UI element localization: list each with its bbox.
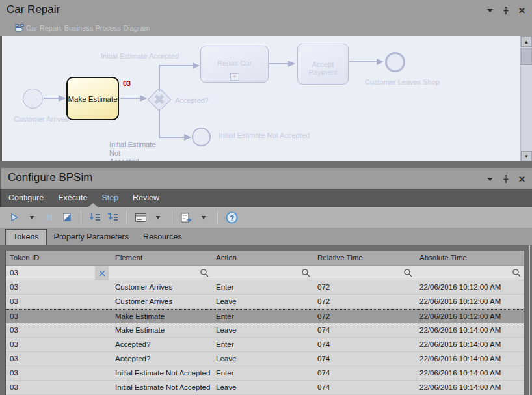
table-row[interactable]: 03Accepted?Enter07422/06/2016 10:14:00 A…	[6, 338, 524, 352]
table-cell[interactable]: 074	[313, 338, 416, 351]
table-cell[interactable]: 22/06/2016 10:12:00 AM	[416, 310, 524, 323]
table-cell[interactable]: 074	[313, 366, 416, 380]
column-header-token-id[interactable]: Token ID	[6, 251, 111, 265]
table-row[interactable]: 03Customer ArrivesLeave07222/06/2016 10:…	[6, 295, 524, 309]
end-event-node[interactable]	[385, 52, 405, 72]
scroll-down-icon[interactable]: ▼	[521, 151, 532, 161]
diagram-vertical-scrollbar[interactable]: ▲ ▼	[520, 36, 532, 161]
ribbon-tab-review[interactable]: Review	[133, 193, 159, 202]
table-cell[interactable]: 03	[6, 323, 111, 337]
subprocess-expand-icon[interactable]: +	[230, 73, 239, 81]
task-repair-car[interactable]: Repair Car +	[200, 46, 269, 83]
scroll-up-icon[interactable]: ▲	[521, 36, 532, 47]
breadcrumb[interactable]: Car Repair. Business Process Diagram	[0, 20, 532, 36]
table-cell[interactable]: 074	[313, 323, 416, 337]
column-header-element[interactable]: Element	[111, 251, 212, 265]
task-make-estimate[interactable]: Make Estimate	[66, 77, 119, 120]
filter-token-id-input[interactable]: 03	[6, 266, 111, 280]
table-cell[interactable]: 22/06/2016 10:14:00 AM	[416, 338, 524, 351]
table-cell[interactable]: 03	[6, 366, 111, 380]
table-row[interactable]: 03Customer ArrivesEnter07222/06/2016 10:…	[6, 280, 524, 295]
panel-menu-chevron-icon[interactable]	[486, 8, 494, 13]
table-cell[interactable]: Make Estimate	[111, 323, 212, 337]
task-accept-payment[interactable]: Accept Payment	[297, 44, 349, 85]
help-button[interactable]: ?	[225, 210, 238, 225]
table-cell[interactable]: 03	[6, 295, 111, 308]
filter-element-input[interactable]	[111, 266, 212, 280]
table-cell[interactable]: 22/06/2016 10:12:00 AM	[416, 295, 524, 308]
table-cell[interactable]: Accepted?	[111, 338, 212, 351]
start-event-label: Customer Arrives	[14, 115, 68, 123]
table-cell[interactable]: Leave	[212, 295, 313, 308]
table-cell[interactable]: Customer Arrives	[111, 295, 212, 308]
table-cell[interactable]: 22/06/2016 10:14:00 AM	[416, 381, 524, 394]
table-cell[interactable]: Initial Estimate Not Accepted	[111, 381, 212, 394]
table-cell[interactable]: 03	[6, 352, 111, 366]
pause-button[interactable]	[43, 210, 56, 225]
table-cell[interactable]: Leave	[212, 323, 313, 337]
column-header-absolute-time[interactable]: Absolute Time	[416, 251, 524, 265]
column-header-relative-time[interactable]: Relative Time	[313, 251, 416, 265]
table-cell[interactable]: Initial Estimate Not Accepted	[111, 366, 212, 380]
intermediate-event-label: Initial Estimate Not Accepted	[219, 131, 310, 139]
table-cell[interactable]: Make Estimate	[111, 310, 212, 323]
column-header-action[interactable]: Action	[212, 251, 313, 265]
step-into-button[interactable]	[88, 210, 101, 225]
table-cell[interactable]: 03	[6, 381, 111, 394]
stop-button[interactable]	[60, 210, 73, 225]
panel-splitter[interactable]	[0, 161, 532, 168]
table-cell[interactable]: Enter	[212, 280, 313, 294]
table-cell[interactable]: 22/06/2016 10:12:00 AM	[416, 280, 524, 294]
panel-menu-chevron-icon[interactable]	[486, 177, 494, 182]
table-row[interactable]: 03Accepted?Leave07422/06/2016 10:14:00 A…	[6, 352, 524, 366]
filter-action-input[interactable]	[212, 266, 313, 280]
clear-filter-button[interactable]	[95, 266, 109, 280]
table-row[interactable]: 03Make EstimateEnter07222/06/2016 10:12:…	[6, 309, 524, 323]
table-cell[interactable]: Enter	[212, 366, 313, 380]
intermediate-event-node[interactable]	[192, 128, 211, 146]
table-cell[interactable]: 072	[313, 310, 416, 323]
table-row[interactable]: 03Initial Estimate Not AcceptedLeave0742…	[6, 381, 524, 395]
run-simulation-button[interactable]	[8, 210, 21, 225]
table-cell[interactable]: 22/06/2016 10:14:00 AM	[416, 323, 524, 337]
table-cell[interactable]: 072	[313, 280, 416, 294]
table-cell[interactable]: Accepted?	[111, 352, 212, 366]
table-cell[interactable]: 074	[313, 352, 416, 366]
table-cell[interactable]: 03	[6, 338, 111, 351]
table-cell[interactable]: Leave	[212, 381, 313, 394]
pin-icon[interactable]	[503, 7, 509, 15]
start-event-node[interactable]	[23, 89, 43, 109]
tab-tokens[interactable]: Tokens	[5, 229, 47, 245]
filter-relative-time-input[interactable]	[313, 266, 416, 280]
table-cell[interactable]: Leave	[212, 352, 313, 366]
table-cell[interactable]: 22/06/2016 10:14:00 AM	[416, 352, 524, 366]
filter-absolute-time-input[interactable]	[416, 266, 524, 280]
table-cell[interactable]: 03	[6, 280, 111, 294]
export-options-chevron-icon[interactable]	[197, 210, 210, 225]
ribbon-tab-configure[interactable]: Configure	[8, 193, 44, 202]
table-cell[interactable]: 072	[313, 295, 416, 308]
table-cell[interactable]: Enter	[212, 338, 313, 351]
console-window-button[interactable]	[134, 210, 147, 225]
exclusive-gateway-node[interactable]	[148, 88, 172, 112]
export-results-button[interactable]	[180, 210, 193, 225]
ribbon-tab-step[interactable]: Step	[101, 193, 118, 202]
table-cell[interactable]: 03	[6, 310, 111, 323]
close-icon[interactable]: ✕	[518, 6, 525, 16]
scrollbar-thumb[interactable]	[521, 48, 532, 65]
bpmn-diagram-canvas[interactable]: Customer Arrives Make Estimate 03 Accept…	[0, 36, 532, 161]
console-options-chevron-icon[interactable]	[152, 210, 165, 225]
pin-icon[interactable]	[503, 175, 509, 184]
table-row[interactable]: 03Make EstimateLeave07422/06/2016 10:14:…	[6, 323, 524, 338]
tab-resources[interactable]: Resources	[136, 230, 189, 245]
table-cell[interactable]: Enter	[212, 310, 313, 323]
step-over-button[interactable]	[106, 210, 119, 225]
close-icon[interactable]: ✕	[518, 174, 525, 184]
table-cell[interactable]: 22/06/2016 10:14:00 AM	[416, 366, 524, 380]
table-cell[interactable]: Customer Arrives	[111, 280, 212, 294]
table-cell[interactable]: 074	[313, 381, 416, 394]
run-options-chevron-icon[interactable]	[25, 210, 38, 225]
tab-property-parameters[interactable]: Property Parameters	[47, 230, 136, 245]
table-row[interactable]: 03Initial Estimate Not AcceptedEnter0742…	[6, 366, 524, 381]
ribbon-tab-execute[interactable]: Execute	[58, 193, 87, 202]
